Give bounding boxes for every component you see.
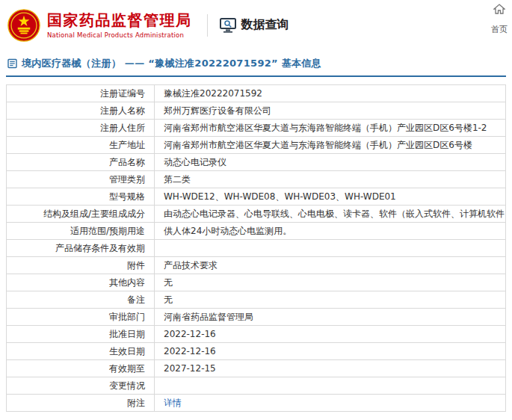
home-nav[interactable]: 首页 <box>491 4 508 35</box>
row-label: 型号规格 <box>7 188 155 206</box>
agency-title: 国家药品监督管理局 <box>47 12 192 28</box>
row-value: 详情 <box>155 395 506 412</box>
row-label: 审批部门 <box>7 309 155 326</box>
table-row: 生效日期2022-12-16 <box>7 343 506 360</box>
row-value: 无 <box>155 291 506 309</box>
row-label: 产品名称 <box>7 154 155 171</box>
row-label: 注册人名称 <box>7 102 155 120</box>
row-value: 河南省郑州市航空港区华夏大道与东海路智能终端（手机）产业园区D区6号楼 <box>155 137 506 154</box>
table-row: 产品名称动态心电记录仪 <box>7 154 506 171</box>
header-divider <box>207 14 208 37</box>
info-table-body: 注册证编号豫械注准20222071592注册人名称郑州万辉医疗设备有限公司注册人… <box>7 85 506 412</box>
table-row: 有效期至2027-12-15 <box>7 360 506 377</box>
table-row: 管理类别第二类 <box>7 171 506 188</box>
row-value <box>155 240 506 257</box>
page-title: 境内医疗器械（注册） —— “豫械注准20222071592” 基本信息 <box>22 57 321 70</box>
table-row: 适用范围/预期用途供人体24小时动态心电监测用。 <box>7 223 506 240</box>
table-row: 产品储存条件及有效期 <box>7 240 506 257</box>
table-row: 其他内容无 <box>7 274 506 291</box>
row-label: 其他内容 <box>7 274 155 291</box>
row-value <box>155 377 506 395</box>
row-value: 第二类 <box>155 171 506 188</box>
row-label: 管理类别 <box>7 171 155 188</box>
row-label: 变更情况 <box>7 377 155 395</box>
table-row: 变更情况 <box>7 377 506 395</box>
row-value: 无 <box>155 274 506 291</box>
row-label: 结构及组成/主要组成成分 <box>7 206 155 223</box>
table-row: 生产地址河南省郑州市航空港区华夏大道与东海路智能终端（手机）产业园区D区6号楼 <box>7 137 506 154</box>
details-link[interactable]: 详情 <box>164 398 182 408</box>
row-value: 2022-12-16 <box>155 343 506 360</box>
row-label: 有效期至 <box>7 360 155 377</box>
row-label: 备注 <box>7 291 155 309</box>
row-value: 豫械注准20222071592 <box>155 85 506 102</box>
table-row: 附注详情 <box>7 395 506 412</box>
row-label: 注册人住所 <box>7 120 155 137</box>
row-value: 2022-12-16 <box>155 326 506 343</box>
agency-names: 国家药品监督管理局 National Medical Products Admi… <box>47 12 192 39</box>
table-row: 审批部门河南省药品监督管理局 <box>7 309 506 326</box>
row-label: 产品储存条件及有效期 <box>7 240 155 257</box>
row-label: 附注 <box>7 395 155 412</box>
table-row: 注册证编号豫械注准20222071592 <box>7 85 506 102</box>
table-row: 结构及组成/主要组成成分由动态心电记录器、心电导联线、心电电极、读卡器、软件（嵌… <box>7 206 506 223</box>
data-query-icon <box>220 18 236 33</box>
table-row: 批准日期2022-12-16 <box>7 326 506 343</box>
table-row: 型号规格WH-WDE12、WH-WDE08、WH-WDE03、WH-WDE01 <box>7 188 506 206</box>
row-value: 郑州万辉医疗设备有限公司 <box>155 102 506 120</box>
row-value: 2027-12-15 <box>155 360 506 377</box>
row-value: 由动态心电记录器、心电导联线、心电电极、读卡器、软件（嵌入式软件、计算机软件）组… <box>155 206 506 223</box>
row-value: 供人体24小时动态心电监测用。 <box>155 223 506 240</box>
row-value: 河南省药品监督管理局 <box>155 309 506 326</box>
national-emblem-icon <box>7 9 40 42</box>
row-label: 批准日期 <box>7 326 155 343</box>
row-value: 产品技术要求 <box>155 257 506 274</box>
data-query-section: 数据查询 <box>220 17 289 33</box>
section-title: 数据查询 <box>241 17 289 33</box>
table-row: 备注无 <box>7 291 506 309</box>
row-value: WH-WDE12、WH-WDE08、WH-WDE03、WH-WDE01 <box>155 188 506 206</box>
row-value: 河南省郑州市航空港区华夏大道与东海路智能终端（手机）产业园区D区6号楼1-2 <box>155 120 506 137</box>
agency-brand: 国家药品监督管理局 National Medical Products Admi… <box>7 9 192 42</box>
info-table: 注册证编号豫械注准20222071592注册人名称郑州万辉医疗设备有限公司注册人… <box>6 84 506 412</box>
row-label: 生效日期 <box>7 343 155 360</box>
row-label: 适用范围/预期用途 <box>7 223 155 240</box>
document-icon <box>7 58 17 69</box>
home-icon[interactable] <box>493 4 505 14</box>
row-label: 注册证编号 <box>7 85 155 102</box>
table-row: 附件产品技术要求 <box>7 257 506 274</box>
page-title-bar: 境内医疗器械（注册） —— “豫械注准20222071592” 基本信息 <box>6 57 506 77</box>
table-row: 注册人名称郑州万辉医疗设备有限公司 <box>7 102 506 120</box>
page-header: 国家药品监督管理局 National Medical Products Admi… <box>0 0 512 48</box>
agency-subtitle: National Medical Products Administration <box>47 31 192 39</box>
table-row: 注册人住所河南省郑州市航空港区华夏大道与东海路智能终端（手机）产业园区D区6号楼… <box>7 120 506 137</box>
home-label[interactable]: 首页 <box>491 24 508 35</box>
row-value: 动态心电记录仪 <box>155 154 506 171</box>
row-label: 附件 <box>7 257 155 274</box>
row-label: 生产地址 <box>7 137 155 154</box>
